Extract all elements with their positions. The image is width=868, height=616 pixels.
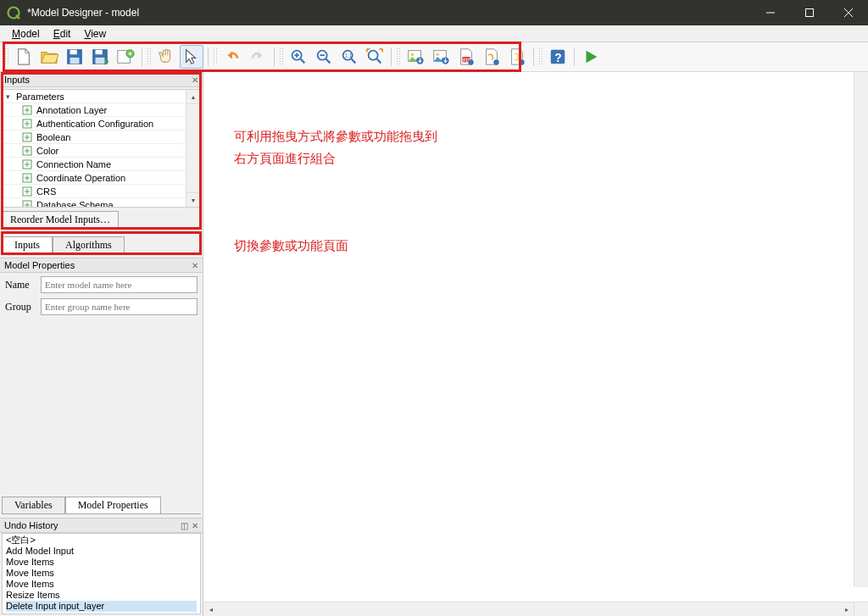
svg-text:?: ?	[554, 52, 561, 64]
toolbar-grip	[4, 47, 8, 66]
menu-edit[interactable]: Edit	[48, 27, 76, 41]
tree-item[interactable]: CRS	[3, 185, 200, 198]
menu-view[interactable]: View	[79, 27, 111, 41]
tree-item[interactable]: Boolean	[3, 130, 200, 144]
undo-item[interactable]: <空白>	[6, 535, 197, 546]
name-label: Name	[5, 279, 41, 291]
save-project-button[interactable]	[114, 45, 137, 69]
tab-algorithms[interactable]: Algorithms	[53, 236, 125, 253]
panel-close-icon[interactable]: ✕	[192, 521, 198, 530]
toolbar-grip	[213, 47, 217, 66]
maximize-button[interactable]	[790, 0, 829, 25]
help-button[interactable]: ?	[546, 45, 570, 69]
app-icon	[7, 6, 20, 19]
minimize-button[interactable]	[751, 0, 790, 25]
undo-item[interactable]: Resize Items	[6, 590, 197, 601]
undo-item[interactable]: Move Items	[6, 579, 197, 590]
undo-history-list[interactable]: <空白> Add Model Input Move Items Move Ite…	[2, 533, 201, 614]
tree-item[interactable]: Color	[3, 144, 200, 158]
window-title: *Model Designer - model	[27, 7, 751, 19]
undo-item[interactable]: Add Model Input	[6, 546, 197, 557]
svg-rect-2	[806, 9, 814, 17]
redo-button[interactable]	[246, 45, 270, 69]
panel-dock-icon[interactable]: ◫	[181, 521, 188, 530]
group-label: Group	[5, 301, 41, 314]
undo-item[interactable]: Move Items	[6, 568, 197, 579]
svg-text:1:1: 1:1	[345, 53, 353, 58]
toolbar-grip	[538, 47, 542, 66]
svg-rect-10	[96, 58, 105, 64]
tree-item[interactable]: Authentication Configuration	[3, 117, 200, 130]
tree-item[interactable]: Database Schema	[3, 198, 200, 208]
new-model-button[interactable]	[12, 45, 36, 69]
toolbar-grip	[279, 47, 283, 66]
export-svg-button[interactable]	[480, 45, 504, 69]
tree-item[interactable]: Coordinate Operation	[3, 171, 200, 185]
zoom-actual-button[interactable]: 1:1	[337, 45, 361, 69]
tab-model-properties[interactable]: Model Properties	[65, 497, 161, 513]
run-model-button[interactable]	[579, 45, 603, 69]
annotation-drag-hint: 可利用拖曳方式將參數或功能拖曳到 右方頁面進行組合	[234, 125, 437, 169]
window-titlebar: *Model Designer - model	[0, 0, 868, 25]
canvas-vertical-scrollbar[interactable]	[854, 72, 868, 587]
canvas-horizontal-scrollbar[interactable]: ◂▸	[203, 602, 868, 616]
zoom-out-button[interactable]	[312, 45, 336, 69]
svg-point-26	[468, 59, 473, 64]
svg-point-27	[493, 59, 498, 64]
menubar: Model Edit View	[0, 25, 868, 42]
tab-variables[interactable]: Variables	[2, 497, 65, 513]
model-group-input[interactable]	[41, 298, 198, 315]
model-name-input[interactable]	[41, 276, 198, 293]
svg-point-17	[369, 51, 378, 60]
save-as-button[interactable]	[88, 45, 112, 69]
svg-rect-6	[70, 50, 77, 55]
svg-point-22	[437, 53, 440, 56]
model-properties-header: Model Properties ✕	[0, 258, 203, 273]
undo-history-header: Undo History ◫✕	[0, 518, 203, 533]
zoom-full-button[interactable]	[363, 45, 387, 69]
svg-point-28	[519, 59, 524, 64]
svg-point-19	[411, 53, 415, 56]
panel-close-icon[interactable]: ✕	[192, 75, 198, 85]
zoom-in-button[interactable]	[287, 45, 310, 69]
export-pdf-button[interactable]: PDF	[454, 45, 478, 69]
model-canvas[interactable]: 可利用拖曳方式將參數或功能拖曳到 右方頁面進行組合 切換參數或功能頁面 ◂▸	[203, 72, 868, 616]
tree-item[interactable]: Connection Name	[3, 158, 200, 171]
open-model-button[interactable]	[37, 45, 61, 69]
tree-group-parameters[interactable]: ▾Parameters	[3, 90, 200, 103]
toolbar: 1:1 PDF ?	[0, 42, 868, 72]
svg-rect-9	[96, 50, 103, 55]
undo-item[interactable]: Delete Input input_layer	[6, 601, 197, 612]
svg-rect-7	[70, 58, 80, 64]
annotation-tab-hint: 切換參數或功能頁面	[234, 235, 348, 257]
close-button[interactable]	[829, 0, 868, 25]
undo-item[interactable]: Move Items	[6, 557, 197, 568]
inputs-panel-header: Inputs ✕	[0, 72, 203, 87]
tree-item[interactable]: Annotation Layer	[3, 103, 200, 117]
toolbar-grip	[396, 47, 400, 66]
pan-tool-button[interactable]	[154, 45, 178, 69]
select-tool-button[interactable]	[180, 45, 203, 69]
tree-scrollbar[interactable]: ▴▾	[186, 90, 200, 207]
menu-model[interactable]: Model	[7, 27, 45, 41]
toolbar-grip	[147, 47, 151, 66]
save-model-button[interactable]	[63, 45, 86, 69]
export-image-button[interactable]	[403, 45, 427, 69]
panel-close-icon[interactable]: ✕	[192, 261, 198, 270]
export-image-2-button[interactable]	[429, 45, 453, 69]
inputs-tree[interactable]: ▾Parameters Annotation Layer Authenticat…	[2, 89, 201, 208]
undo-button[interactable]	[220, 45, 244, 69]
export-python-button[interactable]	[505, 45, 529, 69]
tab-inputs[interactable]: Inputs	[2, 236, 53, 253]
reorder-inputs-button[interactable]: Reorder Model Inputs…	[2, 211, 119, 228]
